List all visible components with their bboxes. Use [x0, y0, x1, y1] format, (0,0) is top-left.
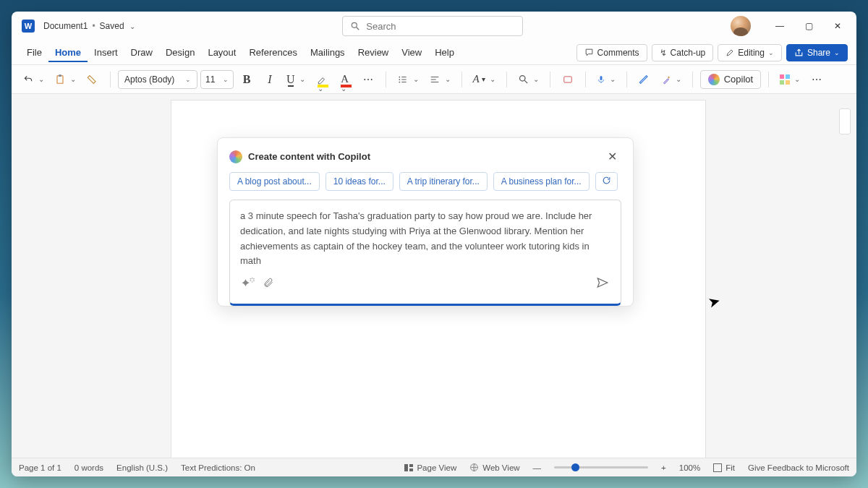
bold-button[interactable]: B	[237, 69, 257, 90]
more-font-button[interactable]: ⋯	[358, 69, 378, 90]
separator	[585, 72, 586, 87]
apps-button[interactable]	[776, 69, 804, 90]
svg-rect-2	[57, 75, 63, 83]
send-button[interactable]	[596, 276, 609, 289]
menu-insert[interactable]: Insert	[88, 43, 124, 62]
svg-point-0	[352, 22, 357, 27]
chevron-down-icon: ⌄	[223, 76, 229, 83]
suggestion-chip[interactable]: A business plan for...	[493, 172, 590, 191]
vertical-scrollbar[interactable]	[839, 108, 851, 134]
status-language[interactable]: English (U.S.)	[116, 463, 168, 472]
fit-button[interactable]: Fit	[713, 463, 735, 472]
grid-icon	[780, 74, 790, 85]
menu-review[interactable]: Review	[352, 43, 396, 62]
editing-label: Editing	[738, 48, 765, 58]
document-title[interactable]: Document1 • Saved ⌄	[43, 21, 135, 31]
status-bar: Page 1 of 1 0 words English (U.S.) Text …	[12, 458, 856, 476]
suggestion-chip[interactable]: A blog post about...	[229, 172, 320, 191]
underline-button[interactable]: U	[283, 69, 309, 90]
minimize-button[interactable]: —	[767, 16, 793, 36]
feedback-button[interactable]: Give Feedback to Microsoft	[748, 463, 849, 472]
close-button[interactable]: ✕	[825, 16, 851, 36]
mouse-cursor-icon: ➤	[706, 291, 723, 312]
styles-button[interactable]: A▾	[469, 69, 499, 90]
page-view-icon	[404, 464, 413, 471]
menu-draw[interactable]: Draw	[124, 43, 159, 62]
prompt-text: a 3 minute speech for Tasha's graduation…	[240, 209, 610, 269]
italic-button[interactable]: I	[260, 69, 280, 90]
format-painter-button[interactable]	[82, 69, 103, 90]
svg-line-14	[524, 80, 527, 83]
insert-addin-button[interactable]	[558, 69, 578, 90]
web-view-button[interactable]: Web View	[469, 463, 519, 472]
menu-mailings[interactable]: Mailings	[304, 43, 352, 62]
close-panel-button[interactable]: ✕	[603, 148, 621, 165]
comments-button[interactable]: Comments	[576, 44, 647, 61]
find-button[interactable]	[514, 69, 542, 90]
sparkle-icon[interactable]: ✦꙳	[242, 277, 255, 289]
styles-icon: A	[473, 73, 480, 85]
separator	[386, 72, 386, 87]
zoom-level[interactable]: 100%	[679, 463, 700, 472]
highlighter-icon	[317, 74, 327, 85]
copilot-button[interactable]: Copilot	[700, 70, 761, 89]
zoom-out-button[interactable]: —	[533, 463, 542, 472]
doc-name: Document1	[43, 21, 88, 31]
share-label: Share	[807, 48, 830, 58]
ellipsis-icon: ⋯	[812, 74, 822, 85]
copilot-panel-title: Create content with Copilot	[248, 151, 370, 162]
separator	[550, 72, 550, 87]
zoom-in-button[interactable]: +	[661, 463, 666, 472]
copilot-prompt-input[interactable]: a 3 minute speech for Tasha's graduation…	[229, 200, 621, 306]
menu-layout[interactable]: Layout	[201, 43, 242, 62]
editor-button[interactable]	[634, 69, 655, 90]
align-button[interactable]	[425, 69, 454, 90]
status-page[interactable]: Page 1 of 1	[19, 463, 61, 472]
mic-icon	[597, 74, 605, 85]
menu-help[interactable]: Help	[428, 43, 461, 62]
menu-file[interactable]: File	[20, 43, 48, 62]
editing-mode-button[interactable]: Editing ⌄	[718, 44, 782, 61]
document-workspace: ➤ Create content with Copilot ✕ A blog p…	[12, 94, 856, 458]
menu-bar: File Home Insert Draw Design Layout Refe…	[12, 40, 856, 65]
comments-label: Comments	[597, 48, 639, 58]
status-words[interactable]: 0 words	[75, 463, 103, 472]
svg-line-1	[357, 27, 359, 30]
menu-home[interactable]: Home	[48, 43, 88, 62]
separator	[768, 72, 769, 87]
chevron-down-icon: ⌄	[768, 49, 774, 56]
highlight-button[interactable]	[312, 69, 332, 90]
app-window: Document1 • Saved ⌄ Search — ▢ ✕ File Ho…	[12, 12, 856, 476]
menu-references[interactable]: References	[242, 43, 303, 62]
copilot-icon	[229, 150, 242, 163]
menu-design[interactable]: Design	[159, 43, 201, 62]
separator	[110, 72, 111, 87]
paste-button[interactable]	[51, 69, 80, 90]
font-color-icon: A	[341, 73, 349, 85]
search-input[interactable]: Search	[342, 16, 523, 36]
undo-button[interactable]	[19, 69, 48, 90]
menu-view[interactable]: View	[395, 43, 428, 62]
status-predictions[interactable]: Text Predictions: On	[181, 463, 255, 472]
suggestion-chip[interactable]: A trip itinerary for...	[399, 172, 488, 191]
designer-button[interactable]	[658, 69, 685, 90]
dictate-button[interactable]	[593, 69, 619, 90]
font-color-button[interactable]: A	[335, 69, 355, 90]
zoom-slider[interactable]	[554, 466, 648, 468]
catchup-button[interactable]: ↯ Catch-up	[652, 44, 714, 61]
user-avatar[interactable]	[731, 16, 751, 36]
font-name-select[interactable]: Aptos (Body) ⌄	[118, 70, 197, 89]
maximize-button[interactable]: ▢	[796, 16, 822, 36]
font-size-select[interactable]: 11 ⌄	[200, 70, 234, 89]
zoom-thumb[interactable]	[571, 463, 579, 471]
search-icon	[518, 74, 529, 85]
refresh-chips-button[interactable]	[595, 172, 618, 191]
page-view-button[interactable]: Page View	[404, 463, 456, 472]
catchup-label: Catch-up	[671, 48, 706, 58]
svg-rect-3	[59, 74, 61, 77]
ribbon-overflow-button[interactable]: ⋯	[807, 69, 827, 90]
bullets-button[interactable]	[393, 69, 422, 90]
attach-icon[interactable]	[263, 278, 274, 288]
suggestion-chip[interactable]: 10 ideas for...	[326, 172, 393, 191]
share-button[interactable]: Share ⌄	[786, 44, 848, 61]
